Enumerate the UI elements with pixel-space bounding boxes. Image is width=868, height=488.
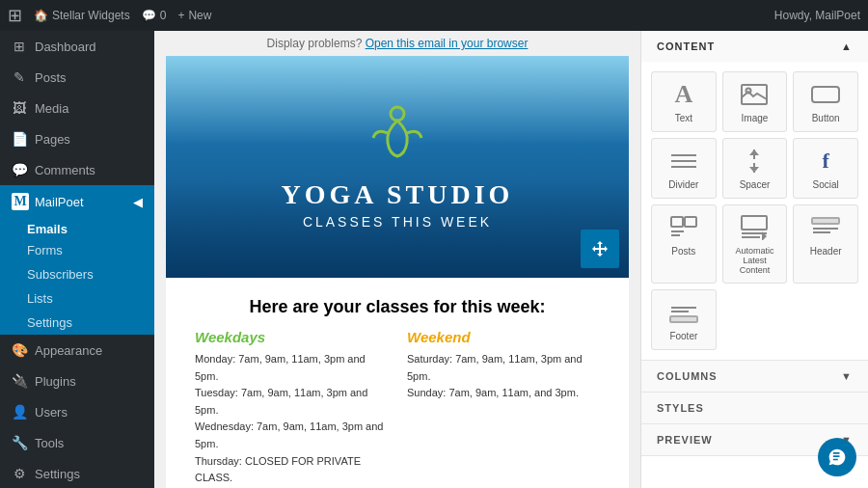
divider-block-icon — [669, 147, 698, 176]
content-blocks-grid: A Text Image — [641, 62, 868, 360]
social-block-icon: f — [822, 147, 828, 176]
mailpoet-sub-settings[interactable]: Settings — [0, 311, 154, 335]
appearance-icon: 🎨 — [12, 342, 27, 358]
social-block-label: Social — [813, 179, 839, 190]
comments-link[interactable]: 💬 0 — [142, 9, 167, 22]
move-block-button[interactable] — [581, 230, 619, 268]
posts-block-icon — [670, 213, 697, 242]
media-icon: 🖼 — [12, 100, 27, 116]
svg-rect-12 — [685, 217, 696, 227]
weekdays-heading: Weekdays — [195, 329, 388, 345]
svg-rect-11 — [671, 217, 683, 227]
button-block-label: Button — [812, 113, 840, 123]
image-block-icon — [741, 80, 768, 109]
sidebar-item-pages[interactable]: 📄 Pages — [0, 123, 154, 154]
user-greeting: Howdy, MailPoet — [774, 9, 860, 22]
svg-rect-24 — [670, 316, 697, 322]
weekend-content: Saturday: 7am, 9am, 11am, 3pm and 5pm.Su… — [407, 351, 600, 402]
mailpoet-submenu: Emails Forms Subscribers Lists Settings — [0, 218, 154, 335]
mailpoet-sub-lists[interactable]: Lists — [0, 286, 154, 311]
content-block-image[interactable]: Image — [722, 71, 788, 132]
mailpoet-icon: M — [12, 193, 29, 210]
content-block-header[interactable]: Header — [793, 204, 858, 284]
content-collapse-icon: ▲ — [841, 41, 853, 52]
svg-rect-3 — [812, 87, 839, 102]
image-block-label: Image — [742, 113, 769, 123]
display-problems-bar: Display problems? Open this email in you… — [154, 31, 640, 56]
hero-title: YOGA STUDIO — [282, 179, 514, 210]
footer-block-icon — [669, 298, 698, 327]
content-block-social[interactable]: f Social — [793, 138, 858, 199]
sidebar-item-appearance[interactable]: 🎨 Appearance — [0, 335, 154, 366]
columns-section-header[interactable]: COLUMNS ▼ — [641, 361, 868, 392]
columns-section: COLUMNS ▼ — [641, 361, 868, 393]
open-in-browser-link[interactable]: Open this email in your browser — [366, 37, 529, 50]
wp-logo-icon[interactable]: ⊞ — [8, 5, 22, 26]
sidebar-item-users[interactable]: 👤 Users — [0, 396, 154, 427]
dashboard-icon: ⊞ — [12, 39, 27, 54]
text-block-icon: A — [674, 80, 692, 109]
svg-marker-10 — [749, 167, 759, 173]
posts-icon: ✎ — [12, 69, 27, 85]
footer-block-label: Footer — [669, 331, 697, 341]
body-heading: Here are your classes for this week: — [195, 297, 600, 317]
content-section: CONTENT ▲ A Text Image — [641, 31, 868, 361]
svg-point-0 — [391, 107, 404, 121]
svg-rect-19 — [812, 218, 839, 224]
header-block-icon — [811, 213, 840, 242]
weekdays-content: Monday: 7am, 9am, 11am, 3pm and 5pm.Tues… — [195, 351, 388, 488]
content-block-spacer[interactable]: Spacer — [722, 138, 788, 199]
mailpoet-sub-forms[interactable]: Forms — [0, 238, 154, 262]
mailpoet-arrow-icon: ◀ — [133, 195, 143, 209]
content-block-automatic[interactable]: Automatic Latest Content — [722, 204, 788, 284]
automatic-block-label: Automatic Latest Content — [727, 246, 783, 275]
divider-block-label: Divider — [668, 179, 698, 190]
email-body-section: Here are your classes for this week: Wee… — [166, 278, 629, 488]
content-block-posts[interactable]: Posts — [651, 204, 717, 284]
mailpoet-menu: M MailPoet ◀ Emails Forms Subscribers Li… — [0, 185, 154, 335]
content-section-header[interactable]: CONTENT ▲ — [641, 31, 868, 62]
text-block-label: Text — [675, 113, 692, 123]
mailpoet-sub-subscribers[interactable]: Subscribers — [0, 262, 154, 286]
sidebar-item-dashboard[interactable]: ⊞ Dashboard — [0, 31, 154, 62]
styles-section-header[interactable]: STYLES — [641, 393, 868, 423]
content-block-button[interactable]: Button — [793, 71, 858, 132]
schedule-columns: Weekdays Monday: 7am, 9am, 11am, 3pm and… — [195, 329, 600, 488]
hero-subtitle: CLASSES THIS WEEK — [282, 214, 514, 230]
emails-label: Emails — [0, 218, 154, 238]
move-icon — [590, 239, 610, 258]
content-block-divider[interactable]: Divider — [651, 138, 717, 199]
chat-icon — [827, 447, 847, 467]
mailpoet-menu-header[interactable]: M MailPoet ◀ — [0, 185, 154, 218]
chat-support-button[interactable] — [818, 438, 856, 476]
sidebar-item-plugins[interactable]: 🔌 Plugins — [0, 366, 154, 396]
settings-icon: ⚙ — [12, 466, 27, 481]
new-content-button[interactable]: + New — [177, 9, 211, 22]
site-name[interactable]: 🏠 Stellar Widgets — [34, 9, 130, 22]
plugins-icon: 🔌 — [12, 373, 27, 389]
header-block-label: Header — [810, 246, 842, 257]
posts-block-label: Posts — [671, 246, 695, 257]
email-hero-section: YOGA STUDIO CLASSES THIS WEEK — [166, 56, 629, 278]
sidebar-item-settings[interactable]: ⚙ Settings — [0, 458, 154, 488]
weekend-column: Weekend Saturday: 7am, 9am, 11am, 3pm an… — [407, 329, 600, 488]
pages-icon: 📄 — [12, 131, 27, 147]
sidebar-item-tools[interactable]: 🔧 Tools — [0, 427, 154, 458]
yoga-logo-icon — [368, 104, 426, 172]
sidebar-item-comments[interactable]: 💬 Comments — [0, 154, 154, 185]
content-block-text[interactable]: A Text — [651, 71, 717, 132]
spacer-block-label: Spacer — [740, 179, 771, 190]
tools-icon: 🔧 — [12, 435, 27, 450]
weekend-heading: Weekend — [407, 329, 600, 345]
sidebar: ⊞ Dashboard ✎ Posts 🖼 Media 📄 Pages 💬 Co… — [0, 31, 154, 488]
svg-marker-8 — [749, 149, 759, 155]
content-block-footer[interactable]: Footer — [651, 289, 717, 350]
button-block-icon — [811, 80, 840, 109]
sidebar-item-posts[interactable]: ✎ Posts — [0, 62, 154, 93]
right-panel: CONTENT ▲ A Text Image — [640, 31, 868, 488]
hero-content: YOGA STUDIO CLASSES THIS WEEK — [282, 104, 514, 230]
columns-expand-icon: ▼ — [841, 370, 853, 382]
top-bar: ⊞ 🏠 Stellar Widgets 💬 0 + New Howdy, Mai… — [0, 0, 868, 31]
sidebar-item-media[interactable]: 🖼 Media — [0, 93, 154, 123]
comments-icon: 💬 — [142, 9, 156, 22]
